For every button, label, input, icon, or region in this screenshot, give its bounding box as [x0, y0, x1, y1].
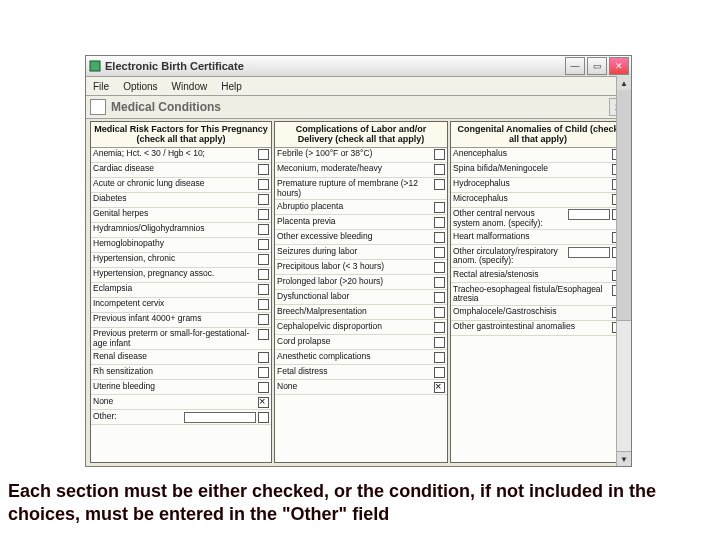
text-input[interactable] — [568, 209, 610, 220]
form-row: Hypertension, pregnancy assoc. — [91, 268, 271, 283]
menu-window[interactable]: Window — [165, 81, 215, 92]
checkbox[interactable] — [258, 284, 269, 295]
menu-options[interactable]: Options — [116, 81, 164, 92]
scrollbar[interactable]: ▲ ▼ — [616, 76, 631, 466]
row-label: Anemia; Hct. < 30 / Hgb < 10; — [93, 149, 256, 158]
row-label: Breech/Malpresentation — [277, 307, 432, 316]
row-label: None — [93, 397, 256, 406]
checkbox[interactable] — [434, 262, 445, 273]
checkbox[interactable] — [258, 382, 269, 393]
scroll-down-button[interactable]: ▼ — [617, 451, 631, 466]
row-label: Eclampsia — [93, 284, 256, 293]
checkbox[interactable] — [434, 367, 445, 378]
checkbox[interactable] — [434, 382, 445, 393]
menu-help[interactable]: Help — [214, 81, 249, 92]
maximize-button[interactable]: ▭ — [587, 57, 607, 75]
close-button[interactable]: ✕ — [609, 57, 629, 75]
row-label: Heart malformations — [453, 232, 610, 241]
form-area: Medical Risk Factors for This Pregnancy … — [86, 119, 631, 465]
row-label: Seizures during labor — [277, 247, 432, 256]
app-icon — [89, 60, 101, 72]
checkbox[interactable] — [434, 149, 445, 160]
row-label: Anencephalus — [453, 149, 610, 158]
checkbox[interactable] — [434, 322, 445, 333]
column-anomalies: Congenital Anomalies of Child (check all… — [450, 121, 626, 463]
form-row: Diabetes — [91, 193, 271, 208]
form-row: Fetal distress — [275, 365, 447, 380]
row-label: Other circulatory/respiratory anom. (spe… — [453, 247, 565, 266]
checkbox[interactable] — [258, 397, 269, 408]
checkbox[interactable] — [258, 412, 269, 423]
row-label: Precipitous labor (< 3 hours) — [277, 262, 432, 271]
form-row: Breech/Malpresentation — [275, 305, 447, 320]
checkbox[interactable] — [434, 202, 445, 213]
row-label: Fetal distress — [277, 367, 432, 376]
row-label: Hydramnios/Oligohydramnios — [93, 224, 256, 233]
checkbox[interactable] — [258, 314, 269, 325]
form-row: Tracheo-esophageal fistula/Esophageal at… — [451, 283, 625, 306]
row-label: Renal disease — [93, 352, 256, 361]
form-row: Hydrocephalus — [451, 178, 625, 193]
checkbox[interactable] — [258, 352, 269, 363]
form-row: Hypertension, chronic — [91, 253, 271, 268]
checkbox[interactable] — [434, 307, 445, 318]
form-row: None — [275, 380, 447, 395]
checkbox[interactable] — [434, 164, 445, 175]
row-label: Other central nervous system anom. (spec… — [453, 209, 565, 228]
checkbox[interactable] — [258, 367, 269, 378]
row-label: Febrile (> 100°F or 38°C) — [277, 149, 432, 158]
form-row: Heart malformations — [451, 230, 625, 245]
form-row: Previous preterm or small-for-gestationa… — [91, 328, 271, 351]
checkbox[interactable] — [258, 149, 269, 160]
column-header: Congenital Anomalies of Child (check all… — [451, 122, 625, 148]
checkbox[interactable] — [258, 209, 269, 220]
checkbox[interactable] — [434, 337, 445, 348]
checkbox[interactable] — [258, 329, 269, 340]
checkbox[interactable] — [434, 179, 445, 190]
checkbox[interactable] — [434, 277, 445, 288]
checkbox[interactable] — [434, 232, 445, 243]
form-row: Abruptio placenta — [275, 200, 447, 215]
form-row: Omphalocele/Gastroschisis — [451, 306, 625, 321]
form-row: Prolonged labor (>20 hours) — [275, 275, 447, 290]
row-label: None — [277, 382, 432, 391]
checkbox[interactable] — [258, 164, 269, 175]
window-title: Electronic Birth Certificate — [105, 60, 563, 72]
row-label: Acute or chronic lung disease — [93, 179, 256, 188]
checkbox[interactable] — [258, 299, 269, 310]
form-row: Hemoglobinopathy — [91, 238, 271, 253]
minimize-button[interactable]: — — [565, 57, 585, 75]
row-label: Hypertension, pregnancy assoc. — [93, 269, 256, 278]
form-row: Other gastrointestinal anomalies — [451, 321, 625, 336]
form-row: Cord prolapse — [275, 335, 447, 350]
text-input[interactable] — [568, 247, 610, 258]
application-window: Electronic Birth Certificate — ▭ ✕ File … — [85, 55, 632, 467]
scroll-up-button[interactable]: ▲ — [617, 76, 631, 91]
checkbox[interactable] — [258, 254, 269, 265]
text-input[interactable] — [184, 412, 256, 423]
form-row: None — [91, 395, 271, 410]
checkbox[interactable] — [258, 224, 269, 235]
row-label: Other excessive bleeding — [277, 232, 432, 241]
row-label: Abruptio placenta — [277, 202, 432, 211]
checkbox[interactable] — [258, 179, 269, 190]
form-row: Seizures during labor — [275, 245, 447, 260]
checkbox[interactable] — [258, 194, 269, 205]
scroll-thumb[interactable] — [617, 90, 631, 321]
checkbox[interactable] — [258, 239, 269, 250]
form-row: Anemia; Hct. < 30 / Hgb < 10; — [91, 148, 271, 163]
row-label: Meconium, moderate/heavy — [277, 164, 432, 173]
section-header: Medical Conditions ✕ — [86, 96, 631, 119]
title-bar[interactable]: Electronic Birth Certificate — ▭ ✕ — [86, 56, 631, 77]
checkbox[interactable] — [258, 269, 269, 280]
form-row: Other excessive bleeding — [275, 230, 447, 245]
row-label: Placenta previa — [277, 217, 432, 226]
checkbox[interactable] — [434, 247, 445, 258]
checkbox[interactable] — [434, 352, 445, 363]
checkbox[interactable] — [434, 217, 445, 228]
row-label: Cord prolapse — [277, 337, 432, 346]
menu-bar: File Options Window Help — [86, 77, 631, 96]
menu-file[interactable]: File — [86, 81, 116, 92]
form-row: Microcephalus — [451, 193, 625, 208]
checkbox[interactable] — [434, 292, 445, 303]
